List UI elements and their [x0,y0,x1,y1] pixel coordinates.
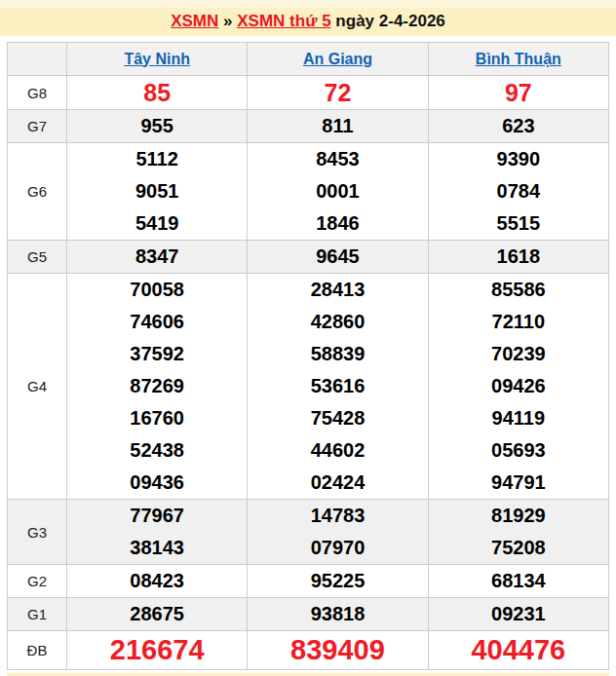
prize-label-g1: G1 [8,598,67,631]
result-number: 839409 [248,631,427,669]
result-number: 5419 [67,207,247,240]
prize-label-g2: G2 [8,565,67,598]
result-number: 68134 [429,565,608,597]
result-number: 02424 [248,467,427,499]
result-number: 52438 [67,434,247,467]
prize-row-db: ĐB216674839409404476 [8,631,609,670]
result-number: 77967 [67,500,247,532]
province-link-binh-thuan[interactable]: Bình Thuận [476,51,561,67]
result-number: 1846 [248,207,427,240]
result-number: 404476 [429,631,608,669]
result-number: 9390 [429,143,608,175]
result-cell-g1-col2: 09231 [428,598,608,631]
result-cell-g3-col1: 1478307970 [248,500,428,565]
result-number: 74606 [67,306,247,338]
result-cell-g1-col1: 93818 [248,598,428,631]
result-number: 5515 [429,207,608,240]
result-cell-g8-col0: 85 [67,76,248,110]
result-number: 85 [67,76,247,109]
prize-label-g7: G7 [8,110,67,143]
result-cell-g4-col0: 70058746063759287269167605243809436 [67,274,248,500]
result-cell-db-col1: 839409 [248,631,428,670]
result-number: 72110 [429,306,608,338]
result-cell-g4-col1: 28413428605883953616754284460202424 [248,274,428,500]
result-number: 75208 [429,532,608,564]
result-cell-g7-col1: 811 [248,110,428,143]
result-cell-g7-col0: 955 [67,110,248,143]
result-number: 70058 [67,274,247,306]
result-number: 28675 [67,598,247,630]
result-cell-g8-col2: 97 [428,76,608,110]
result-cell-g5-col2: 1618 [428,241,608,274]
prize-label-g8: G8 [8,76,67,110]
result-number: 42860 [248,306,427,338]
prize-row-g5: G5834796451618 [8,241,609,274]
result-cell-g4-col2: 85586721107023909426941190569394791 [428,274,608,500]
page-header-banner: XSMN » XSMN thứ 5 ngày 2-4-2026 [0,0,616,36]
prize-row-g1: G1286759381809231 [8,598,609,631]
prize-label-g5: G5 [8,241,67,274]
prize-row-g3: G3779673814314783079708192975208 [8,500,609,565]
result-number: 955 [67,110,247,142]
result-cell-g2-col2: 68134 [428,565,608,598]
result-number: 93818 [248,598,427,630]
province-link-tay-ninh[interactable]: Tây Ninh [124,51,190,67]
result-number: 216674 [67,631,247,669]
result-number: 38143 [67,532,247,564]
result-cell-g3-col2: 8192975208 [428,500,608,565]
prize-label-g3: G3 [8,500,67,565]
prize-label-db: ĐB [8,631,67,670]
result-cell-g2-col0: 08423 [67,565,248,598]
breadcrumb-link-xsmn[interactable]: XSMN [171,12,218,30]
result-number: 1618 [429,241,608,273]
result-number: 05693 [429,434,608,467]
column-header-binh-thuan: Bình Thuận [428,43,608,76]
result-number: 94119 [429,402,608,434]
result-number: 5112 [67,143,247,175]
breadcrumb-link-xsmn-day[interactable]: XSMN thứ 5 [237,12,330,30]
page-title: XSMN » XSMN thứ 5 ngày 2-4-2026 [0,0,616,31]
result-number: 0001 [248,175,427,207]
result-cell-g5-col0: 8347 [67,241,248,274]
result-cell-g5-col1: 9645 [248,241,428,274]
result-number: 09436 [67,467,247,499]
prize-row-g2: G2084239522568134 [8,565,609,598]
result-cell-g7-col2: 623 [428,110,608,143]
result-cell-g6-col2: 939007845515 [428,143,608,241]
result-cell-db-col2: 404476 [428,631,608,670]
prize-label-g6: G6 [8,143,67,241]
result-number: 37592 [67,338,247,370]
result-cell-g2-col1: 95225 [248,565,428,598]
breadcrumb-separator: » [223,12,232,30]
prize-label-g4: G4 [8,274,67,500]
result-cell-g6-col0: 511290515419 [67,143,248,241]
result-number: 95225 [248,565,427,597]
result-number: 58839 [248,338,427,370]
result-number: 811 [248,110,427,142]
result-number: 16760 [67,402,247,434]
result-number: 85586 [429,274,608,306]
prize-row-g6: G6511290515419845300011846939007845515 [8,143,609,241]
title-date: ngày 2-4-2026 [335,12,444,30]
result-number: 53616 [248,370,427,402]
result-number: 08423 [67,565,247,597]
column-header-row: Tây Ninh An Giang Bình Thuận [8,43,609,76]
result-number: 70239 [429,338,608,370]
column-header-an-giang: An Giang [248,43,428,76]
result-cell-g8-col1: 72 [248,76,428,110]
prize-row-g7: G7955811623 [8,110,609,143]
result-number: 97 [429,76,608,109]
result-number: 94791 [429,467,608,499]
result-cell-g3-col0: 7796738143 [67,500,248,565]
corner-cell [8,43,67,76]
prize-row-g8: G8857297 [8,76,609,110]
result-number: 623 [429,110,608,142]
result-cell-g1-col0: 28675 [67,598,248,631]
province-link-an-giang[interactable]: An Giang [303,51,372,67]
result-number: 0784 [429,175,608,207]
result-number: 8347 [67,241,247,273]
result-number: 09426 [429,370,608,402]
prize-row-g4: G470058746063759287269167605243809436284… [8,274,609,500]
result-number: 07970 [248,532,427,564]
result-number: 75428 [248,402,427,434]
